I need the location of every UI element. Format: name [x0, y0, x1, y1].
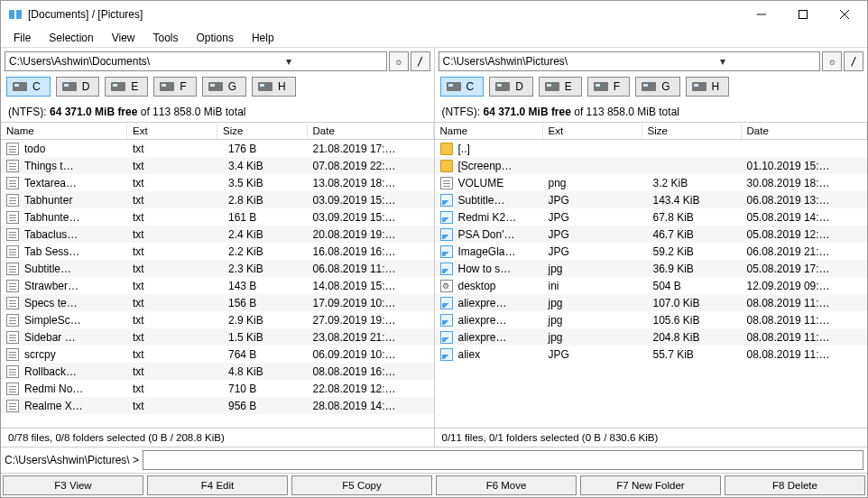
col-date[interactable]: Date	[742, 123, 868, 139]
file-row[interactable]: Subtitle…JPG143.4 KiB06.08.2019 13:…	[435, 191, 868, 208]
left-drive-c[interactable]: C	[6, 77, 51, 97]
right-file-list[interactable]: [..][Screenp…01.10.2019 15:…VOLUMEpng3.2…	[435, 140, 868, 428]
menu-view[interactable]: View	[105, 30, 143, 46]
file-row[interactable]: Tab Sess…txt2.2 KiB16.08.2019 16:…	[1, 243, 434, 260]
file-row[interactable]: Strawber…txt143 B14.08.2019 15:…	[1, 277, 434, 294]
file-name: Things t…	[24, 160, 74, 172]
right-path-combo[interactable]: C:\Users\Ashwin\Pictures\ ▾	[439, 51, 821, 71]
right-drive-e[interactable]: E	[539, 77, 582, 97]
col-ext[interactable]: Ext	[543, 123, 642, 139]
file-ext: JPG	[543, 194, 642, 207]
col-name[interactable]: Name	[1, 123, 127, 139]
command-input[interactable]	[143, 450, 863, 470]
file-size: 143.4 KiB	[642, 194, 742, 207]
left-root-button[interactable]: /	[411, 51, 430, 71]
left-column-header[interactable]: Name Ext Size Date	[1, 122, 434, 140]
left-freespace: (NTFS): 64 371.0 MiB free of 113 858.0 M…	[1, 102, 434, 122]
file-row[interactable]: Sidebar …txt1.5 KiB23.08.2019 21:…	[1, 328, 434, 346]
fn-f3-view[interactable]: F3 View	[3, 475, 143, 495]
drive-icon	[111, 82, 125, 91]
file-date: 12.09.2019 09:…	[742, 280, 868, 292]
file-row[interactable]: Tabhuntertxt2.8 KiB03.09.2019 15:…	[1, 191, 434, 208]
panes: C:\Users\Ashwin\Documents\ ▾ ✩ / C D E F…	[1, 48, 867, 447]
file-ext: txt	[127, 245, 217, 258]
left-favorites-button[interactable]: ✩	[389, 51, 409, 71]
right-drive-c[interactable]: C	[440, 77, 485, 97]
file-row[interactable]: Subtitle…txt2.3 KiB06.08.2019 11:…	[1, 260, 434, 277]
file-row[interactable]: Tabhunte…txt161 B03.09.2019 15:…	[1, 208, 434, 226]
file-row[interactable]: Textarea…txt3.5 KiB13.08.2019 18:…	[1, 174, 434, 191]
file-row[interactable]: Specs te…txt156 B17.09.2019 10:…	[1, 294, 434, 311]
file-row[interactable]: aliexJPG55.7 KiB08.08.2019 11:…	[435, 346, 868, 363]
menu-selection[interactable]: Selection	[42, 30, 100, 46]
fn-f4-edit[interactable]: F4 Edit	[147, 475, 288, 495]
file-row[interactable]: [..]	[435, 140, 868, 157]
file-row[interactable]: PSA Don'…JPG46.7 KiB05.08.2019 12:…	[435, 226, 868, 243]
left-path-combo[interactable]: C:\Users\Ashwin\Documents\ ▾	[5, 51, 387, 71]
file-row[interactable]: VOLUMEpng3.2 KiB30.08.2019 18:…	[435, 174, 868, 191]
left-drive-e[interactable]: E	[105, 77, 148, 97]
file-ext: txt	[127, 160, 217, 172]
left-drive-d[interactable]: D	[56, 77, 100, 97]
file-row[interactable]: desktopini504 B12.09.2019 09:…	[435, 277, 868, 294]
left-drive-g[interactable]: G	[202, 77, 246, 97]
file-row[interactable]: Redmi No…txt710 B22.08.2019 12:…	[1, 380, 434, 397]
col-size[interactable]: Size	[642, 123, 742, 139]
file-ext: txt	[127, 263, 217, 275]
col-date[interactable]: Date	[308, 123, 434, 139]
file-icon	[440, 348, 453, 361]
right-drive-d[interactable]: D	[489, 77, 533, 97]
right-drive-g[interactable]: G	[635, 77, 679, 97]
chevron-down-icon[interactable]: ▾	[629, 55, 816, 68]
fn-f6-move[interactable]: F6 Move	[436, 475, 577, 495]
file-row[interactable]: Redmi K2…JPG67.8 KiB05.08.2019 14:…	[435, 208, 868, 226]
menu-file[interactable]: File	[6, 30, 38, 46]
file-date: 30.08.2019 18:…	[742, 177, 868, 189]
file-row[interactable]: SimpleSc…txt2.9 KiB27.09.2019 19:…	[1, 311, 434, 328]
right-drive-f[interactable]: F	[587, 77, 630, 97]
file-row[interactable]: aliexpre…jpg107.0 KiB08.08.2019 11:…	[435, 294, 868, 311]
file-name: Tabaclus…	[24, 228, 78, 241]
chevron-down-icon[interactable]: ▾	[196, 55, 383, 68]
col-ext[interactable]: Ext	[127, 123, 217, 139]
file-icon	[440, 297, 453, 309]
file-row[interactable]: [Screenp…01.10.2019 15:…	[435, 157, 868, 174]
file-size: 2.8 KiB	[217, 194, 308, 207]
menu-help[interactable]: Help	[245, 30, 282, 46]
right-root-button[interactable]: /	[844, 51, 863, 71]
left-drive-f[interactable]: F	[153, 77, 196, 97]
file-ext: txt	[127, 331, 217, 344]
file-row[interactable]: aliexpre…jpg105.6 KiB08.08.2019 11:…	[435, 311, 868, 328]
file-date: 06.08.2019 11:…	[308, 263, 434, 275]
file-size: 956 B	[217, 400, 308, 412]
menu-options[interactable]: Options	[189, 30, 241, 46]
file-row[interactable]: scrcpytxt764 B06.09.2019 10:…	[1, 346, 434, 363]
close-button[interactable]	[824, 1, 865, 28]
fn-f7-newfolder[interactable]: F7 New Folder	[580, 475, 721, 495]
menu-tools[interactable]: Tools	[146, 30, 186, 46]
file-name: SimpleSc…	[24, 314, 81, 327]
minimize-button[interactable]	[741, 1, 782, 28]
left-drive-h[interactable]: H	[252, 77, 296, 97]
maximize-button[interactable]	[782, 1, 824, 28]
file-row[interactable]: How to s…jpg36.9 KiB05.08.2019 17:…	[435, 260, 868, 277]
file-icon	[440, 314, 453, 327]
file-row[interactable]: aliexpre…jpg204.8 KiB08.08.2019 11:…	[435, 328, 868, 346]
left-file-list[interactable]: todotxt176 B21.08.2019 17:…Things t…txt3…	[1, 140, 434, 428]
right-drive-h[interactable]: H	[686, 77, 730, 97]
file-row[interactable]: Things t…txt3.4 KiB07.08.2019 22:…	[1, 157, 434, 174]
file-size: 176 B	[217, 143, 308, 155]
fn-f8-delete[interactable]: F8 Delete	[725, 475, 865, 495]
right-favorites-button[interactable]: ✩	[822, 51, 842, 71]
right-column-header[interactable]: Name Ext Size Date	[435, 122, 868, 140]
col-size[interactable]: Size	[217, 123, 308, 139]
file-row[interactable]: ImageGla…JPG59.2 KiB06.08.2019 21:…	[435, 243, 868, 260]
col-name[interactable]: Name	[435, 123, 543, 139]
file-row[interactable]: Realme X…txt956 B28.08.2019 14:…	[1, 397, 434, 414]
file-row[interactable]: Tabaclus…txt2.4 KiB20.08.2019 19:…	[1, 226, 434, 243]
file-icon	[440, 143, 453, 155]
file-row[interactable]: Rollback…txt4.8 KiB08.08.2019 16:…	[1, 363, 434, 380]
right-freespace: (NTFS): 64 371.0 MiB free of 113 858.0 M…	[435, 102, 868, 122]
fn-f5-copy[interactable]: F5 Copy	[291, 475, 432, 495]
file-row[interactable]: todotxt176 B21.08.2019 17:…	[1, 140, 434, 157]
